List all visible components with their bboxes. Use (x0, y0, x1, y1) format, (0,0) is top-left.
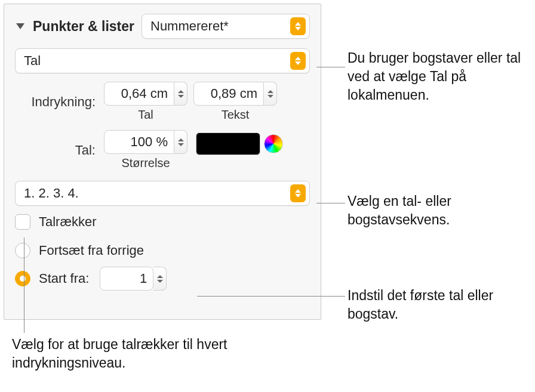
tiered-numbers-label: Talrækker (39, 214, 97, 230)
start-from-radio[interactable] (15, 271, 30, 286)
disclosure-triangle-icon[interactable] (16, 23, 24, 29)
callout-start-from: Indstil det første tal eller bogstav. (348, 286, 527, 323)
indent-text-stepper[interactable]: 0,89 cm (193, 82, 277, 106)
callout-leader (316, 67, 345, 67)
sequence-value: 1. 2. 3. 4. (24, 186, 79, 201)
tiered-numbers-checkbox[interactable] (15, 214, 30, 230)
size-label: Tal: (15, 143, 96, 158)
callout-tiered: Vælg for at bruge talrækker til hvert in… (12, 335, 239, 372)
sequence-popup[interactable]: 1. 2. 3. 4. (15, 181, 310, 206)
panel-title: Punkter & lister (33, 18, 134, 35)
list-style-value: Nummereret* (150, 18, 229, 34)
list-style-popup[interactable]: Nummereret* (142, 14, 310, 39)
number-type-popup[interactable]: Tal (15, 48, 310, 73)
bullets-lists-panel: Punkter & lister Nummereret* Tal Indrykn… (4, 4, 321, 320)
indent-text-value: 0,89 cm (211, 86, 257, 101)
callout-number-type: Du bruger bogstaver eller tal ved at væl… (348, 49, 533, 104)
callout-sequence: Vælg en tal- eller bogstavsekvens. (348, 192, 527, 229)
size-caption: Størrelse (121, 156, 170, 170)
callout-leader (197, 296, 345, 297)
stepper-arrows-icon[interactable] (153, 267, 167, 291)
continue-radio[interactable] (15, 243, 30, 258)
start-from-label: Start fra: (39, 271, 89, 286)
size-value: 100 % (131, 134, 168, 150)
start-from-value: 1 (140, 271, 147, 286)
continue-label: Fortsæt fra forrige (39, 243, 144, 258)
indent-number-value: 0,64 cm (121, 86, 168, 101)
indent-label: Indrykning: (15, 94, 96, 110)
popup-arrows-icon (290, 17, 306, 35)
indent-text-caption: Tekst (222, 108, 250, 122)
popup-arrows-icon (290, 52, 306, 70)
stepper-arrows-icon[interactable] (174, 130, 187, 154)
color-wheel-icon[interactable] (264, 134, 283, 153)
indent-number-stepper[interactable]: 0,64 cm (104, 82, 187, 106)
indent-number-caption: Tal (138, 108, 153, 122)
stepper-arrows-icon[interactable] (264, 82, 277, 106)
size-stepper[interactable]: 100 % (104, 130, 187, 154)
stepper-arrows-icon[interactable] (174, 82, 187, 106)
number-type-value: Tal (24, 53, 41, 69)
callout-leader (316, 203, 345, 203)
callout-leader (24, 237, 24, 333)
color-swatch[interactable] (196, 132, 260, 155)
start-from-stepper[interactable]: 1 (100, 267, 167, 291)
popup-arrows-icon (290, 184, 306, 202)
